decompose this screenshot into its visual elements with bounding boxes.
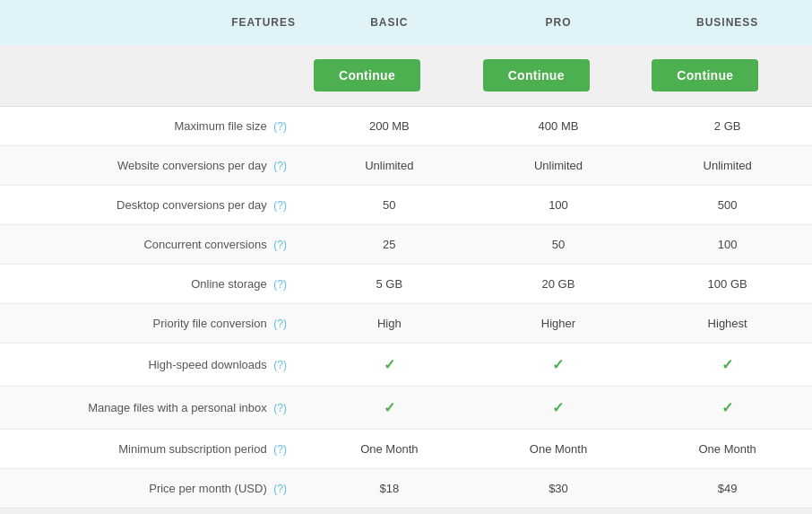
help-icon[interactable]: (?) xyxy=(273,443,287,456)
help-icon[interactable]: (?) xyxy=(273,359,287,371)
top-button-row: Continue Continue Continue xyxy=(0,45,812,107)
feature-cell: Price per month (USD) (?) xyxy=(0,469,305,509)
pro-header: PRO xyxy=(474,0,644,45)
table-row: Minimum subscription period (?)One Month… xyxy=(0,430,812,469)
business-cell: 2 GB xyxy=(643,107,812,146)
basic-continue-top-button[interactable]: Continue xyxy=(314,59,420,91)
checkmark-icon: ✓ xyxy=(384,400,395,415)
business-cell: ✓ xyxy=(643,387,812,430)
basic-cell: Unlimited xyxy=(305,146,474,186)
pro-cell: 20 GB xyxy=(474,265,644,304)
business-cell: Unlimited xyxy=(643,146,812,186)
pro-cell: $30 xyxy=(474,469,644,509)
pro-cell: ✓ xyxy=(474,344,644,387)
table-row: Online storage (?)5 GB20 GB100 GB xyxy=(0,265,812,304)
pro-cell: Higher xyxy=(474,304,644,344)
business-cell: One Month xyxy=(643,430,812,469)
feature-cell: High-speed downloads (?) xyxy=(0,344,305,387)
feature-cell: Maximum file size (?) xyxy=(0,107,305,146)
help-icon[interactable]: (?) xyxy=(273,160,287,172)
features-header: FEATURES xyxy=(0,0,305,45)
basic-cell: One Month xyxy=(305,430,474,469)
feature-cell: Online storage (?) xyxy=(0,265,305,304)
basic-cell: ✓ xyxy=(305,387,474,430)
basic-cell: ✓ xyxy=(305,344,474,387)
help-icon[interactable]: (?) xyxy=(273,483,287,495)
table-row: Priority file conversion (?)HighHigherHi… xyxy=(0,304,812,344)
table-row: Maximum file size (?)200 MB400 MB2 GB xyxy=(0,107,812,146)
checkmark-icon: ✓ xyxy=(552,400,564,415)
table-row: Website conversions per day (?)Unlimited… xyxy=(0,146,812,186)
basic-cell: High xyxy=(305,304,474,344)
pro-cell: ✓ xyxy=(474,387,644,430)
feature-cell: Desktop conversions per day (?) xyxy=(0,186,305,225)
basic-cell: 25 xyxy=(305,225,474,265)
pro-cell: Unlimited xyxy=(474,146,644,186)
help-icon[interactable]: (?) xyxy=(273,199,287,212)
table-row: Concurrent conversions (?)2550100 xyxy=(0,225,812,265)
business-cell: 100 GB xyxy=(643,265,812,304)
table-row: High-speed downloads (?)✓✓✓ xyxy=(0,344,812,387)
help-icon[interactable]: (?) xyxy=(273,318,287,330)
checkmark-icon: ✓ xyxy=(384,357,395,372)
feature-cell: Website conversions per day (?) xyxy=(0,146,305,186)
bottom-button-row: Continue Continue Continue xyxy=(0,509,812,515)
pricing-table: FEATURES BASIC PRO BUSINESS Continue Con… xyxy=(0,0,812,514)
table-row: Desktop conversions per day (?)50100500 xyxy=(0,186,812,225)
basic-cell: 50 xyxy=(305,186,474,225)
help-icon[interactable]: (?) xyxy=(273,402,287,414)
feature-cell: Priority file conversion (?) xyxy=(0,304,305,344)
business-cell: ✓ xyxy=(643,344,812,387)
basic-cell: $18 xyxy=(305,469,474,509)
checkmark-icon: ✓ xyxy=(721,357,733,372)
pro-cell: 100 xyxy=(474,186,644,225)
header-row: FEATURES BASIC PRO BUSINESS xyxy=(0,0,812,45)
feature-cell: Concurrent conversions (?) xyxy=(0,225,305,265)
business-cell: Highest xyxy=(643,304,812,344)
table-body: Maximum file size (?)200 MB400 MB2 GBWeb… xyxy=(0,107,812,509)
basic-cell: 5 GB xyxy=(305,265,474,304)
business-cell: 500 xyxy=(643,186,812,225)
checkmark-icon: ✓ xyxy=(552,357,564,372)
help-icon[interactable]: (?) xyxy=(273,120,287,133)
basic-cell: 200 MB xyxy=(305,107,474,146)
business-cell: $49 xyxy=(643,469,812,509)
checkmark-icon: ✓ xyxy=(721,400,733,415)
pro-cell: 50 xyxy=(474,225,644,265)
pro-continue-top-button[interactable]: Continue xyxy=(483,59,590,91)
feature-cell: Manage files with a personal inbox (?) xyxy=(0,387,305,430)
basic-header: BASIC xyxy=(305,0,474,45)
business-cell: 100 xyxy=(643,225,812,265)
business-header: BUSINESS xyxy=(643,0,812,45)
table-row: Price per month (USD) (?)$18$30$49 xyxy=(0,469,812,509)
pro-cell: 400 MB xyxy=(474,107,644,146)
help-icon[interactable]: (?) xyxy=(273,278,287,291)
help-icon[interactable]: (?) xyxy=(273,239,287,251)
business-continue-top-button[interactable]: Continue xyxy=(652,59,758,91)
pro-cell: One Month xyxy=(474,430,644,469)
feature-cell: Minimum subscription period (?) xyxy=(0,430,305,469)
table-row: Manage files with a personal inbox (?)✓✓… xyxy=(0,387,812,430)
